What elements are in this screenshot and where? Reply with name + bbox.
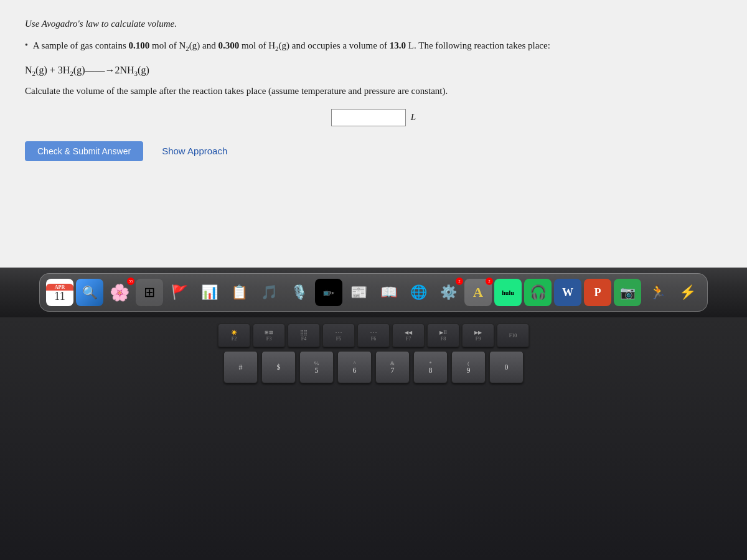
dock-item-spotify[interactable]: 🎧 (524, 279, 552, 306)
dock-item-flag[interactable]: 🚩 (166, 279, 193, 306)
dock-item-word[interactable]: W (554, 279, 581, 306)
key-f8[interactable]: ▶II F8 (427, 324, 459, 347)
appletv-icon: 📺 (323, 289, 330, 296)
dock-item-download[interactable]: 📋 (225, 279, 253, 306)
font-icon: A (473, 284, 483, 301)
key-f4[interactable]: ⣿⣿ F4 (288, 324, 320, 347)
misc-icon: ⚡ (679, 284, 696, 301)
key-f5[interactable]: · · · F5 (322, 324, 355, 347)
button-row: Check & Submit Answer Show Approach (25, 141, 722, 161)
key-f5-sym: · · · (336, 330, 342, 335)
dock-item-settings[interactable]: ⚙️ 2 (435, 279, 462, 306)
launchpad-icon: ⊞ (144, 284, 155, 301)
dock-item-launchpad[interactable]: ⊞ (136, 279, 163, 306)
key-dollar-main: $ (277, 363, 281, 371)
problem-text: A sample of gas contains 0.100 mol of N2… (33, 40, 550, 50)
key-f9[interactable]: ▶▶ F9 (462, 324, 494, 347)
key-f10[interactable]: F10 (497, 324, 529, 347)
dock-item-photos[interactable]: 🌸 35 (106, 279, 133, 306)
instruction-text: Use Avogadro's law to calculate volume. (25, 19, 722, 29)
keyboard-area: ☀️ F2 ⊞⊠ F3 ⣿⣿ F4 · · · F5 · · · F6 ◀◀ F… (0, 317, 747, 560)
key-f7-sym: ◀◀ (405, 330, 412, 335)
key-f5-label: F5 (336, 336, 341, 342)
key-paren-open[interactable]: ( 9 (451, 351, 486, 383)
key-zero-main: 0 (505, 363, 509, 371)
calculate-text: Calculate the volume of the sample after… (25, 86, 722, 96)
dock-bar: APR 11 🔍 🌸 35 ⊞ 🚩 📊 📋 🎵 (39, 273, 708, 312)
podcast-icon: 🎙️ (291, 284, 308, 301)
dock-item-powerpoint[interactable]: P (584, 279, 611, 306)
key-caret[interactable]: ^ 6 (337, 351, 372, 383)
key-f9-sym: ▶▶ (474, 330, 482, 335)
dock-item-facetime[interactable]: 📷 (614, 279, 641, 306)
bold-value-2: 0.300 (218, 40, 239, 50)
answer-input[interactable] (331, 109, 406, 126)
bullet-point: ● (25, 42, 28, 47)
dock-item-news[interactable]: 📰 (345, 279, 372, 306)
dock-badge-photos: 35 (127, 278, 134, 285)
dock-item-stats[interactable]: 📊 (195, 279, 223, 306)
key-dollar[interactable]: $ (261, 351, 296, 383)
dock-badge-font: 2 (486, 278, 493, 285)
key-paren-main: 9 (467, 366, 471, 374)
key-f7[interactable]: ◀◀ F7 (392, 324, 425, 347)
dock-item-browser[interactable]: 🌐 (405, 279, 432, 306)
dock-item-finder[interactable]: 🔍 (76, 279, 103, 306)
settings-icon: ⚙️ (440, 284, 457, 301)
key-ampersand[interactable]: & 7 (375, 351, 410, 383)
dock-item-misc[interactable]: ⚡ (674, 279, 701, 306)
problem-body: A sample of gas contains 0.100 mol of N2… (33, 38, 550, 55)
calendar-month: APR (46, 284, 73, 291)
key-f6-sym: · · · (370, 330, 377, 335)
music-icon: 🎵 (261, 284, 278, 301)
dock-item-music[interactable]: 🎵 (255, 279, 283, 306)
dock-badge-settings: 2 (456, 278, 463, 285)
photos-icon: 🌸 (110, 283, 129, 302)
browser-icon: 🌐 (410, 284, 427, 301)
dock-item-podcast[interactable]: 🎙️ (285, 279, 312, 306)
key-f3[interactable]: ⊞⊠ F3 (253, 324, 285, 347)
key-percent[interactable]: % 5 (299, 351, 334, 383)
key-f9-label: F9 (476, 336, 481, 342)
hulu-icon: hulu (502, 289, 514, 296)
bold-value-3: 13.0 (390, 40, 406, 50)
facetime-icon: 📷 (620, 285, 636, 300)
fn-key-row: ☀️ F2 ⊞⊠ F3 ⣿⣿ F4 · · · F5 · · · F6 ◀◀ F… (218, 324, 529, 347)
check-submit-button[interactable]: Check & Submit Answer (25, 141, 143, 161)
key-asterisk[interactable]: * 8 (413, 351, 448, 383)
number-key-row: # $ % 5 ^ 6 & 7 * 8 ( 9 0 (223, 351, 524, 383)
powerpoint-icon: P (594, 286, 601, 299)
finder-icon: 🔍 (82, 285, 98, 300)
problem-container: ● A sample of gas contains 0.100 mol of … (25, 38, 722, 55)
news-icon: 📰 (350, 284, 367, 301)
key-f3-sym: ⊞⊠ (265, 330, 273, 335)
bold-value-1: 0.100 (129, 40, 150, 50)
dock-item-hulu[interactable]: hulu (494, 279, 522, 306)
dock-item-font[interactable]: A 2 (464, 279, 492, 306)
appletv-label: tv (330, 290, 334, 296)
calendar-day: 11 (54, 291, 65, 302)
stats-icon: 📊 (201, 284, 218, 301)
key-f8-sym: ▶II (439, 330, 446, 335)
dock-item-calendar[interactable]: APR 11 (46, 279, 73, 306)
dock-item-appletv[interactable]: 📺 tv (315, 279, 342, 306)
key-f6-label: F6 (371, 336, 376, 342)
key-f2[interactable]: ☀️ F2 (218, 324, 250, 347)
key-caret-main: 6 (353, 366, 357, 374)
show-approach-button[interactable]: Show Approach (162, 146, 227, 156)
key-f3-label: F3 (266, 336, 271, 342)
key-percent-main: 5 (315, 366, 319, 374)
key-f7-label: F7 (406, 336, 411, 342)
key-f4-label: F4 (301, 336, 306, 342)
key-hash-main: # (239, 363, 243, 371)
answer-row: L (25, 109, 722, 126)
dock-item-books[interactable]: 📖 (375, 279, 402, 306)
reaction-equation: N2(g) + 3H2(g)——→2NH3(g) (25, 65, 722, 77)
key-zero[interactable]: 0 (489, 351, 524, 383)
key-hash[interactable]: # (223, 351, 258, 383)
spotify-icon: 🎧 (530, 284, 547, 301)
unit-label: L (411, 112, 416, 123)
dock-item-appstore[interactable]: 🏃 (644, 279, 671, 306)
key-f6[interactable]: · · · F6 (357, 324, 390, 347)
key-f2-sym: ☀️ (231, 330, 237, 335)
